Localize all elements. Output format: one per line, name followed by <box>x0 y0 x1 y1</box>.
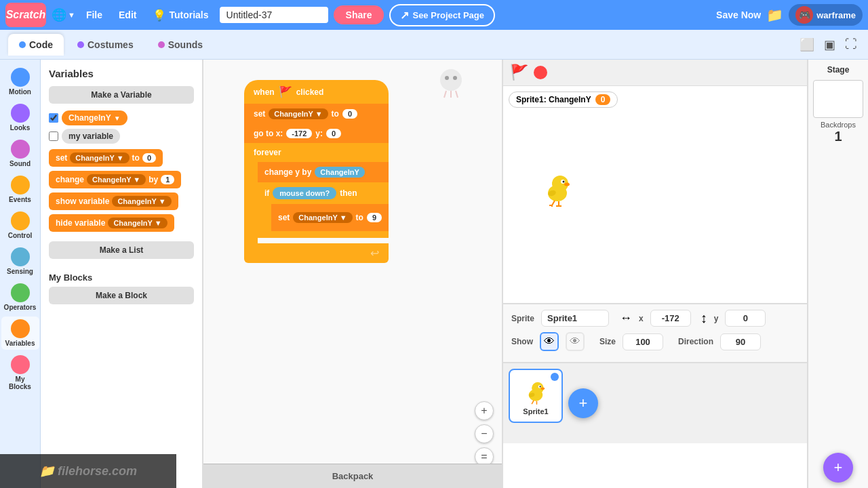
y-label: y <box>714 314 719 323</box>
category-motion[interactable]: Motion <box>1 65 39 98</box>
size-input[interactable] <box>623 333 663 350</box>
stage-panel: Stage Backdrops 1 + <box>807 60 868 488</box>
sprite-ghost <box>434 66 468 102</box>
control-circle <box>11 211 30 230</box>
category-sensing[interactable]: Sensing <box>1 245 39 278</box>
direction-input[interactable] <box>720 333 761 350</box>
make-variable-button[interactable]: Make a Variable <box>49 86 194 104</box>
control-label: Control <box>8 232 33 239</box>
variables-circle <box>11 319 30 338</box>
tabs-row: Code Costumes Sounds ⬜ ▣ ⛶ <box>0 30 868 60</box>
project-title-input[interactable] <box>220 7 328 23</box>
variable-myvariable-badge[interactable]: my variable <box>62 129 120 144</box>
sprite-selected-indicator <box>551 373 559 381</box>
svg-point-2 <box>453 76 457 80</box>
sprites-list: Sprite1 + <box>503 362 807 443</box>
sound-circle <box>11 140 30 159</box>
right-panel: 🚩 Sprite1: ChangeInY 0 <box>502 60 807 488</box>
zoom-out-button[interactable]: − <box>475 424 494 443</box>
edit-menu[interactable]: Edit <box>113 7 142 23</box>
operators-label: Operators <box>4 304 37 311</box>
folder-icon[interactable]: 📁 <box>766 7 783 23</box>
backpack-bar[interactable]: Backpack <box>203 464 502 488</box>
sound-label: Sound <box>9 160 31 167</box>
tab-code[interactable]: Code <box>8 34 64 56</box>
stage-thumbnail[interactable] <box>813 80 863 118</box>
make-block-button[interactable]: Make a Block <box>49 287 194 304</box>
shrink-stage-button[interactable]: ▣ <box>821 36 838 54</box>
main-layout: Motion Looks Sound Events Control Sensin… <box>0 60 868 488</box>
see-project-button[interactable]: ↗ See Project Page <box>389 4 495 26</box>
language-selector[interactable]: 🌐 ▼ <box>52 7 75 22</box>
script-canvas: when 🚩 clicked set ChangeInY ▼ to 0 go t… <box>203 60 502 461</box>
set-block[interactable]: set ChangeInY ▼ to 0 <box>49 149 163 167</box>
show-hidden-button[interactable]: 👁 <box>566 332 585 351</box>
costumes-dot <box>77 41 84 48</box>
share-button[interactable]: Share <box>334 5 384 24</box>
variable-changeinY-badge[interactable]: ChangeInY ▼ <box>62 110 127 125</box>
variable-changeinY-checkbox[interactable] <box>49 113 58 123</box>
stage-area: 🚩 Sprite1: ChangeInY 0 <box>503 60 807 488</box>
expand-stage-button[interactable]: ⬜ <box>797 36 817 54</box>
save-now-button[interactable]: Save Now <box>716 9 761 20</box>
hide-variable-block[interactable]: hide variable ChangeInY ▼ <box>49 214 174 232</box>
looks-label: Looks <box>10 124 30 131</box>
category-control[interactable]: Control <box>1 209 39 242</box>
stage-panel-label: Stage <box>827 65 850 75</box>
sprite-name-input[interactable] <box>541 310 609 327</box>
scratch-logo[interactable]: Scratch <box>5 3 46 27</box>
x-label: x <box>639 314 644 323</box>
sprite-name-label: Sprite <box>511 314 534 323</box>
motion-label: Motion <box>9 88 31 96</box>
green-flag-button[interactable]: 🚩 <box>510 64 528 81</box>
fullscreen-button[interactable]: ⛶ <box>842 36 860 53</box>
stage-sprite <box>537 167 578 210</box>
category-operators[interactable]: Operators <box>1 281 39 314</box>
my-blocks-title: My Blocks <box>49 272 194 283</box>
file-menu[interactable]: File <box>81 7 108 23</box>
make-list-button[interactable]: Make a List <box>49 241 194 259</box>
category-myblocks[interactable]: My Blocks <box>1 352 39 393</box>
svg-point-0 <box>440 69 462 91</box>
script-area[interactable]: when 🚩 clicked set ChangeInY ▼ to 0 go t… <box>203 60 502 488</box>
svg-point-21 <box>540 386 541 387</box>
user-menu[interactable]: 🎮 warframe <box>789 4 863 26</box>
stage-display: Sprite1: ChangeInY 0 <box>503 86 807 303</box>
tab-costumes[interactable]: Costumes <box>66 34 144 56</box>
backdrops-label: Backdrops <box>821 121 856 129</box>
variable-myvariable-checkbox[interactable] <box>49 131 58 141</box>
add-backdrop-button[interactable]: + <box>823 453 853 483</box>
sensing-circle <box>11 247 30 266</box>
variable-value-badge: 0 <box>595 94 611 105</box>
category-events[interactable]: Events <box>1 173 39 206</box>
myblocks-label: My Blocks <box>5 375 35 390</box>
backdrops-count: 1 <box>834 129 842 144</box>
stage-toolbar: 🚩 <box>503 60 807 86</box>
svg-line-24 <box>532 401 534 404</box>
sprite-thumb-sprite1[interactable]: Sprite1 <box>509 369 563 423</box>
svg-point-10 <box>564 183 570 186</box>
stop-button[interactable] <box>534 66 547 79</box>
change-block[interactable]: change ChangeInY ▼ by 1 <box>49 171 181 188</box>
zoom-in-button[interactable]: + <box>475 401 494 420</box>
add-sprite-button[interactable]: + <box>568 388 598 418</box>
direction-label: Direction <box>678 337 713 346</box>
category-looks[interactable]: Looks <box>1 101 39 134</box>
blocks-panel: Variables Make a Variable ChangeInY ▼ my… <box>41 60 203 488</box>
tab-sounds[interactable]: Sounds <box>147 34 214 56</box>
code-dot <box>19 41 26 48</box>
watermark: 📁 filehorse.com <box>0 454 176 488</box>
sounds-dot <box>158 41 165 48</box>
y-input[interactable] <box>725 310 766 327</box>
svg-line-5 <box>456 91 458 98</box>
hat-block[interactable]: when 🚩 clicked set ChangeInY ▼ to 0 go t… <box>244 80 389 263</box>
sprite-thumb-label: Sprite1 <box>523 407 548 415</box>
variables-label: Variables <box>5 340 35 347</box>
category-sound[interactable]: Sound <box>1 137 39 170</box>
show-variable-block[interactable]: show variable ChangeInY ▼ <box>49 192 178 210</box>
x-input[interactable] <box>650 310 691 327</box>
show-visible-button[interactable]: 👁 <box>540 332 559 351</box>
tutorials-menu[interactable]: 💡 Tutorials <box>147 6 214 24</box>
category-variables[interactable]: Variables <box>1 317 39 350</box>
looks-circle <box>11 104 30 123</box>
